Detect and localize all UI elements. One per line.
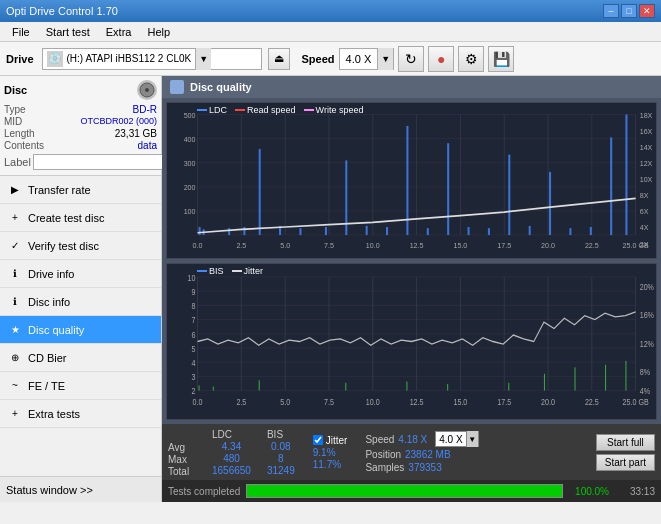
- max-label: Max: [168, 454, 204, 465]
- svg-text:400: 400: [184, 135, 196, 145]
- legend-read-speed: Read speed: [235, 105, 296, 115]
- svg-rect-55: [590, 227, 592, 235]
- svg-rect-44: [366, 226, 368, 235]
- menu-file[interactable]: File: [4, 24, 38, 40]
- drive-label: Drive: [6, 53, 34, 65]
- bottom-chart-legend: BIS Jitter: [197, 266, 263, 276]
- svg-text:20.0: 20.0: [541, 397, 555, 407]
- speed-select-widget[interactable]: 4.0 X ▼: [435, 431, 478, 447]
- speed-dropdown-arrow[interactable]: ▼: [377, 48, 393, 70]
- drive-select[interactable]: 💿 (H:) ATAPI iHBS112 2 CL0K ▼: [42, 48, 262, 70]
- svg-text:14X: 14X: [640, 143, 653, 153]
- disc-panel: Disc Type BD-R MID OTCBDR002 (000) Lengt…: [0, 76, 161, 176]
- speed-select-arrow[interactable]: ▼: [466, 431, 478, 447]
- svg-text:25.0 GB: 25.0 GB: [623, 240, 649, 250]
- legend-jitter: Jitter: [232, 266, 264, 276]
- svg-text:17.5: 17.5: [497, 240, 511, 250]
- svg-rect-54: [569, 228, 571, 235]
- settings-button[interactable]: ⚙: [458, 46, 484, 72]
- drive-icon: 💿: [47, 51, 63, 67]
- svg-rect-35: [199, 227, 201, 235]
- svg-rect-104: [199, 385, 200, 390]
- legend-ldc-label: LDC: [209, 105, 227, 115]
- nav-cd-bier[interactable]: ⊕ CD Bier: [0, 344, 161, 372]
- svg-rect-45: [386, 227, 388, 235]
- burn-button[interactable]: ●: [428, 46, 454, 72]
- bis-max: 8: [267, 453, 295, 464]
- ldc-stats: LDC 4.34 480 1656650: [212, 429, 251, 476]
- length-label: Length: [4, 128, 35, 139]
- eject-button[interactable]: ⏏: [268, 48, 290, 70]
- nav-extra-tests[interactable]: + Extra tests: [0, 400, 161, 428]
- svg-text:12X: 12X: [640, 159, 653, 169]
- svg-rect-50: [488, 228, 490, 235]
- disc-icon: [137, 80, 157, 100]
- svg-text:22.5: 22.5: [585, 240, 599, 250]
- svg-rect-47: [427, 228, 429, 235]
- svg-text:20.0: 20.0: [541, 240, 555, 250]
- ldc-header: LDC: [212, 429, 251, 440]
- label-input[interactable]: [33, 154, 166, 170]
- menu-extra[interactable]: Extra: [98, 24, 140, 40]
- verify-test-disc-icon: ✓: [8, 239, 22, 253]
- svg-text:22.5: 22.5: [585, 397, 599, 407]
- titlebar: Opti Drive Control 1.70 – □ ✕: [0, 0, 661, 22]
- titlebar-controls: – □ ✕: [603, 4, 655, 18]
- minimize-button[interactable]: –: [603, 4, 619, 18]
- drive-dropdown-arrow[interactable]: ▼: [195, 48, 211, 70]
- cd-bier-icon: ⊕: [8, 351, 22, 365]
- legend-write-speed: Write speed: [304, 105, 364, 115]
- svg-text:10.0: 10.0: [366, 240, 380, 250]
- save-button[interactable]: 💾: [488, 46, 514, 72]
- start-part-button[interactable]: Start part: [596, 454, 655, 471]
- disc-info-icon: ℹ: [8, 295, 22, 309]
- jitter-checkbox[interactable]: [313, 435, 323, 445]
- svg-text:7.5: 7.5: [324, 397, 334, 407]
- bottom-chart: BIS Jitter: [166, 263, 657, 420]
- bis-total: 31249: [267, 465, 295, 476]
- close-button[interactable]: ✕: [639, 4, 655, 18]
- content-title-icon: [170, 80, 184, 94]
- nav-verify-test-disc-label: Verify test disc: [28, 240, 99, 252]
- position-val: 23862 MB: [405, 449, 451, 460]
- svg-text:8X: 8X: [640, 191, 649, 201]
- nav-transfer-rate[interactable]: ▶ Transfer rate: [0, 176, 161, 204]
- svg-text:4X: 4X: [640, 223, 649, 233]
- start-full-button[interactable]: Start full: [596, 434, 655, 451]
- nav-drive-info[interactable]: ℹ Drive info: [0, 260, 161, 288]
- svg-rect-111: [544, 374, 545, 391]
- svg-rect-38: [243, 227, 245, 235]
- ldc-max: 480: [212, 453, 251, 464]
- nav-disc-quality[interactable]: ★ Disc quality: [0, 316, 161, 344]
- menu-help[interactable]: Help: [139, 24, 178, 40]
- charts-container: LDC Read speed Write speed: [162, 98, 661, 424]
- refresh-button[interactable]: ↻: [398, 46, 424, 72]
- nav-verify-test-disc[interactable]: ✓ Verify test disc: [0, 232, 161, 260]
- top-chart-legend: LDC Read speed Write speed: [197, 105, 363, 115]
- svg-rect-107: [345, 383, 346, 391]
- maximize-button[interactable]: □: [621, 4, 637, 18]
- svg-rect-57: [625, 114, 627, 235]
- nav-disc-info-label: Disc info: [28, 296, 70, 308]
- drive-value: (H:) ATAPI iHBS112 2 CL0K: [67, 53, 192, 64]
- samples-label: Samples: [365, 462, 404, 473]
- progress-bar-outer: [246, 484, 563, 498]
- nav-disc-info[interactable]: ℹ Disc info: [0, 288, 161, 316]
- svg-text:2.5: 2.5: [236, 240, 246, 250]
- nav-fe-te[interactable]: ~ FE / TE: [0, 372, 161, 400]
- stats-headers: Avg Max Total: [168, 427, 204, 477]
- bis-avg: 0.08: [267, 441, 295, 452]
- svg-rect-2: [172, 82, 182, 92]
- menu-start-test[interactable]: Start test: [38, 24, 98, 40]
- status-window-button[interactable]: Status window >>: [0, 476, 161, 502]
- ldc-total: 1656650: [212, 465, 251, 476]
- type-value: BD-R: [133, 104, 157, 115]
- nav-create-test-disc[interactable]: + Create test disc: [0, 204, 161, 232]
- titlebar-title: Opti Drive Control 1.70: [6, 5, 118, 17]
- svg-rect-56: [610, 137, 612, 235]
- svg-text:16X: 16X: [640, 127, 653, 137]
- disc-panel-title: Disc: [4, 84, 27, 96]
- svg-rect-39: [259, 149, 261, 235]
- legend-bis-color: [197, 270, 207, 272]
- extra-tests-icon: +: [8, 407, 22, 421]
